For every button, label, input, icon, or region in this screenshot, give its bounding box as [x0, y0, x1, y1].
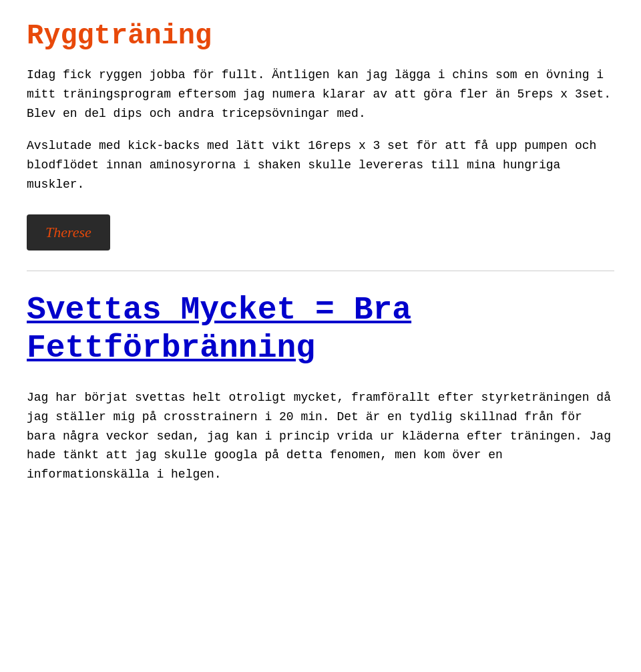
post1-body2: Avslutade med kick-backs med lätt vikt 1…	[27, 136, 614, 194]
post2-body: Jag har börjat svettas helt otroligt myc…	[27, 388, 614, 484]
signature-badge: Therese	[27, 214, 110, 250]
signature-block: Therese	[27, 214, 614, 250]
post2-title[interactable]: Svettas Mycket = Bra Fettförbränning	[27, 291, 614, 368]
post1-body1: Idag fick ryggen jobba för fullt. Äntlig…	[27, 65, 614, 123]
section-divider	[27, 271, 614, 271]
post1-title: Ryggträning	[27, 20, 614, 52]
signature-text: Therese	[45, 224, 91, 240]
